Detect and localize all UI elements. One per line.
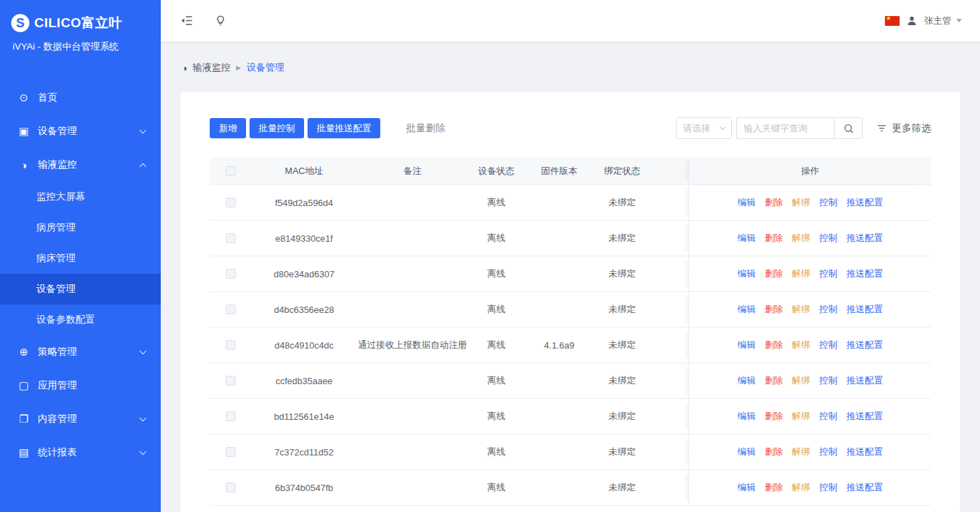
- action-push-config[interactable]: 推送配置: [846, 303, 883, 316]
- sidebar-item-home[interactable]: ⊙首页: [0, 81, 161, 115]
- cell-mac: d48c4910c4dc: [252, 328, 356, 363]
- home-icon: ⊙: [17, 92, 31, 104]
- row-checkbox[interactable]: [226, 340, 236, 350]
- action-unbind[interactable]: 解绑: [792, 303, 810, 316]
- breadcrumb-separator-icon: ▶: [236, 64, 241, 71]
- action-control[interactable]: 控制: [819, 268, 837, 280]
- action-control[interactable]: 控制: [819, 446, 837, 458]
- row-checkbox[interactable]: [226, 483, 236, 492]
- action-edit[interactable]: 编辑: [737, 339, 756, 351]
- row-checkbox[interactable]: [226, 447, 236, 457]
- cell-mac: ccfedb35aaee: [252, 363, 356, 398]
- action-delete[interactable]: 删除: [765, 410, 783, 423]
- action-edit[interactable]: 编辑: [737, 374, 756, 387]
- action-edit[interactable]: 编辑: [737, 410, 756, 423]
- action-edit[interactable]: 编辑: [737, 481, 756, 494]
- action-control[interactable]: 控制: [819, 196, 837, 209]
- user-menu[interactable]: 张主管: [924, 15, 962, 27]
- action-control[interactable]: 控制: [819, 481, 837, 494]
- batch-delete-button[interactable]: 批量删除: [406, 122, 445, 135]
- search-button[interactable]: [834, 117, 863, 139]
- action-push-config[interactable]: 推送配置: [846, 374, 883, 387]
- action-push-config[interactable]: 推送配置: [846, 232, 883, 244]
- action-delete[interactable]: 删除: [765, 339, 783, 351]
- action-delete[interactable]: 删除: [765, 268, 783, 280]
- table-row: d48c4910c4dc通过接收上报数据自动注册离线4.1.6a9未绑定编辑删除…: [210, 328, 931, 363]
- action-unbind[interactable]: 解绑: [792, 232, 810, 244]
- batch-push-config-button[interactable]: 批量推送配置: [308, 118, 380, 138]
- sidebar-item-content-management[interactable]: ❐内容管理: [0, 402, 161, 436]
- toolbar: 新增 批量控制 批量推送配置 批量删除 请选择: [210, 117, 931, 139]
- sidebar-item-infusion-monitor[interactable]: ◑输液监控: [0, 148, 161, 182]
- action-edit[interactable]: 编辑: [737, 268, 756, 280]
- row-checkbox[interactable]: [226, 376, 236, 386]
- sidebar-item-device-management[interactable]: ▣设备管理: [0, 115, 161, 148]
- search-input[interactable]: [736, 117, 834, 139]
- table-row: f549d2a596d4离线未绑定编辑删除解绑控制推送配置: [210, 185, 931, 221]
- topbar: 张主管: [161, 0, 980, 42]
- action-push-config[interactable]: 推送配置: [846, 196, 883, 209]
- cell-firmware: 4.1.6a9: [524, 328, 594, 363]
- action-edit[interactable]: 编辑: [737, 303, 756, 316]
- action-unbind[interactable]: 解绑: [792, 339, 810, 351]
- logo: S CILICO富立叶: [0, 0, 161, 32]
- action-delete[interactable]: 删除: [765, 374, 783, 387]
- breadcrumb-section[interactable]: 输液监控: [193, 61, 231, 74]
- action-delete[interactable]: 删除: [765, 232, 783, 244]
- sidebar-item-label: 内容管理: [38, 413, 77, 425]
- action-delete[interactable]: 删除: [765, 446, 783, 458]
- action-push-config[interactable]: 推送配置: [846, 481, 883, 494]
- action-push-config[interactable]: 推送配置: [846, 339, 883, 351]
- action-delete[interactable]: 删除: [765, 196, 783, 209]
- select-all-checkbox[interactable]: [226, 166, 236, 176]
- sidebar-item-app-management[interactable]: ▢应用管理: [0, 369, 161, 402]
- action-unbind[interactable]: 解绑: [792, 481, 810, 494]
- sidebar-subitem-bed-management[interactable]: 病床管理: [0, 243, 161, 274]
- sidebar-item-strategy-management[interactable]: ⊕策略管理: [0, 335, 161, 369]
- action-delete[interactable]: 删除: [765, 481, 783, 494]
- lightbulb-icon[interactable]: [212, 13, 228, 29]
- add-button[interactable]: 新增: [210, 118, 246, 138]
- sidebar-subitem-monitor-big-screen[interactable]: 监控大屏幕: [0, 182, 161, 212]
- chevron-down-icon: [956, 19, 962, 22]
- cell-bind: 未绑定: [594, 434, 650, 469]
- cell-operations: 编辑删除解绑控制推送配置: [689, 221, 931, 256]
- row-checkbox[interactable]: [226, 411, 236, 421]
- row-checkbox[interactable]: [226, 233, 236, 243]
- action-control[interactable]: 控制: [819, 410, 837, 423]
- action-delete[interactable]: 删除: [765, 303, 783, 316]
- collapse-sidebar-icon[interactable]: [179, 13, 194, 29]
- filter-select[interactable]: 请选择: [676, 117, 732, 139]
- user-icon: [906, 15, 918, 27]
- batch-control-button[interactable]: 批量控制: [250, 118, 304, 138]
- action-control[interactable]: 控制: [819, 339, 837, 351]
- action-control[interactable]: 控制: [819, 303, 837, 316]
- system-subtitle: iVYAi - 数据中台管理系统: [0, 32, 161, 53]
- row-checkbox[interactable]: [226, 198, 236, 207]
- action-push-config[interactable]: 推送配置: [846, 268, 883, 280]
- sidebar-item-stats-report[interactable]: ▤统计报表: [0, 436, 161, 469]
- action-edit[interactable]: 编辑: [737, 446, 756, 458]
- more-filter-button[interactable]: 更多筛选: [877, 122, 931, 135]
- language-flag-icon[interactable]: [885, 16, 900, 26]
- action-unbind[interactable]: 解绑: [792, 268, 810, 280]
- action-edit[interactable]: 编辑: [737, 196, 756, 209]
- sidebar-subitem-device-param-config[interactable]: 设备参数配置: [0, 305, 161, 335]
- action-unbind[interactable]: 解绑: [792, 446, 810, 458]
- sidebar-subitem-device-management[interactable]: 设备管理: [0, 274, 161, 305]
- cell-operations: 编辑删除解绑控制推送配置: [689, 292, 931, 327]
- action-unbind[interactable]: 解绑: [792, 374, 810, 387]
- action-unbind[interactable]: 解绑: [792, 410, 810, 423]
- sidebar-subitem-ward-management[interactable]: 病房管理: [0, 212, 161, 243]
- sidebar-menu: ⊙首页▣设备管理◑输液监控监控大屏幕病房管理病床管理设备管理设备参数配置⊕策略管…: [0, 81, 161, 469]
- row-checkbox[interactable]: [226, 269, 236, 279]
- action-push-config[interactable]: 推送配置: [846, 410, 883, 423]
- action-push-config[interactable]: 推送配置: [846, 446, 883, 458]
- action-edit[interactable]: 编辑: [737, 232, 756, 244]
- row-checkbox[interactable]: [226, 305, 236, 314]
- brand-icon: S: [11, 14, 29, 32]
- action-unbind[interactable]: 解绑: [792, 196, 810, 209]
- app-icon: ▢: [17, 379, 31, 392]
- action-control[interactable]: 控制: [819, 374, 837, 387]
- action-control[interactable]: 控制: [819, 232, 837, 244]
